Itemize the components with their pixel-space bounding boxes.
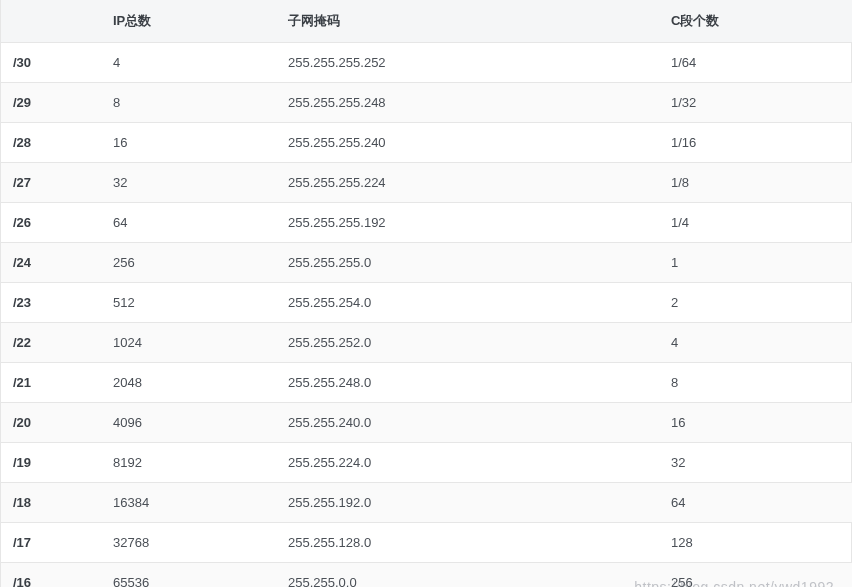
table-row: /29 8 255.255.255.248 1/32 bbox=[1, 83, 852, 123]
cell-subnet: 255.255.255.192 bbox=[276, 203, 659, 243]
table-row: /26 64 255.255.255.192 1/4 bbox=[1, 203, 852, 243]
cell-csegs: 2 bbox=[659, 283, 852, 323]
cell-subnet: 255.255.240.0 bbox=[276, 403, 659, 443]
cell-prefix: /22 bbox=[1, 323, 101, 363]
col-header-ip-total: IP总数 bbox=[101, 0, 276, 43]
cell-csegs: 8 bbox=[659, 363, 852, 403]
cell-ip-total: 2048 bbox=[101, 363, 276, 403]
col-header-prefix bbox=[1, 0, 101, 43]
cell-prefix: /27 bbox=[1, 163, 101, 203]
table-row: /17 32768 255.255.128.0 128 bbox=[1, 523, 852, 563]
cell-subnet: 255.255.255.224 bbox=[276, 163, 659, 203]
cell-subnet: 255.255.255.248 bbox=[276, 83, 659, 123]
cidr-table: IP总数 子网掩码 C段个数 /30 4 255.255.255.252 1/6… bbox=[1, 0, 852, 587]
cell-prefix: /21 bbox=[1, 363, 101, 403]
cell-csegs: 1/16 bbox=[659, 123, 852, 163]
table-row: /28 16 255.255.255.240 1/16 bbox=[1, 123, 852, 163]
cell-subnet: 255.255.252.0 bbox=[276, 323, 659, 363]
cell-prefix: /18 bbox=[1, 483, 101, 523]
cell-subnet: 255.255.128.0 bbox=[276, 523, 659, 563]
cell-subnet: 255.255.255.240 bbox=[276, 123, 659, 163]
cell-ip-total: 1024 bbox=[101, 323, 276, 363]
cell-prefix: /30 bbox=[1, 43, 101, 83]
table-row: /21 2048 255.255.248.0 8 bbox=[1, 363, 852, 403]
cell-ip-total: 8 bbox=[101, 83, 276, 123]
table-row: /16 65536 255.255.0.0 256 bbox=[1, 563, 852, 588]
cell-subnet: 255.255.224.0 bbox=[276, 443, 659, 483]
cell-ip-total: 65536 bbox=[101, 563, 276, 588]
cidr-table-wrapper: IP总数 子网掩码 C段个数 /30 4 255.255.255.252 1/6… bbox=[0, 0, 852, 587]
cell-prefix: /19 bbox=[1, 443, 101, 483]
cell-prefix: /16 bbox=[1, 563, 101, 588]
cell-csegs: 4 bbox=[659, 323, 852, 363]
cell-prefix: /23 bbox=[1, 283, 101, 323]
table-row: /18 16384 255.255.192.0 64 bbox=[1, 483, 852, 523]
cell-csegs: 1/4 bbox=[659, 203, 852, 243]
cell-ip-total: 16384 bbox=[101, 483, 276, 523]
cell-ip-total: 4096 bbox=[101, 403, 276, 443]
table-body: /30 4 255.255.255.252 1/64 /29 8 255.255… bbox=[1, 43, 852, 588]
table-row: /27 32 255.255.255.224 1/8 bbox=[1, 163, 852, 203]
cell-subnet: 255.255.255.252 bbox=[276, 43, 659, 83]
cell-csegs: 16 bbox=[659, 403, 852, 443]
table-row: /19 8192 255.255.224.0 32 bbox=[1, 443, 852, 483]
cell-csegs: 1/32 bbox=[659, 83, 852, 123]
col-header-csegs: C段个数 bbox=[659, 0, 852, 43]
cell-csegs: 1 bbox=[659, 243, 852, 283]
cell-ip-total: 4 bbox=[101, 43, 276, 83]
table-row: /24 256 255.255.255.0 1 bbox=[1, 243, 852, 283]
table-row: /22 1024 255.255.252.0 4 bbox=[1, 323, 852, 363]
cell-subnet: 255.255.0.0 bbox=[276, 563, 659, 588]
cell-prefix: /17 bbox=[1, 523, 101, 563]
table-row: /30 4 255.255.255.252 1/64 bbox=[1, 43, 852, 83]
cell-ip-total: 16 bbox=[101, 123, 276, 163]
cell-csegs: 32 bbox=[659, 443, 852, 483]
cell-ip-total: 64 bbox=[101, 203, 276, 243]
cell-subnet: 255.255.192.0 bbox=[276, 483, 659, 523]
cell-prefix: /26 bbox=[1, 203, 101, 243]
cell-prefix: /20 bbox=[1, 403, 101, 443]
cell-ip-total: 256 bbox=[101, 243, 276, 283]
cell-subnet: 255.255.254.0 bbox=[276, 283, 659, 323]
table-row: /23 512 255.255.254.0 2 bbox=[1, 283, 852, 323]
cell-csegs: 1/64 bbox=[659, 43, 852, 83]
cell-prefix: /28 bbox=[1, 123, 101, 163]
cell-ip-total: 8192 bbox=[101, 443, 276, 483]
cell-csegs: 64 bbox=[659, 483, 852, 523]
table-header-row: IP总数 子网掩码 C段个数 bbox=[1, 0, 852, 43]
table-row: /20 4096 255.255.240.0 16 bbox=[1, 403, 852, 443]
cell-subnet: 255.255.255.0 bbox=[276, 243, 659, 283]
cell-ip-total: 32768 bbox=[101, 523, 276, 563]
cell-ip-total: 32 bbox=[101, 163, 276, 203]
cell-csegs: 256 bbox=[659, 563, 852, 588]
cell-prefix: /24 bbox=[1, 243, 101, 283]
cell-subnet: 255.255.248.0 bbox=[276, 363, 659, 403]
cell-ip-total: 512 bbox=[101, 283, 276, 323]
cell-csegs: 128 bbox=[659, 523, 852, 563]
cell-csegs: 1/8 bbox=[659, 163, 852, 203]
cell-prefix: /29 bbox=[1, 83, 101, 123]
col-header-subnet: 子网掩码 bbox=[276, 0, 659, 43]
